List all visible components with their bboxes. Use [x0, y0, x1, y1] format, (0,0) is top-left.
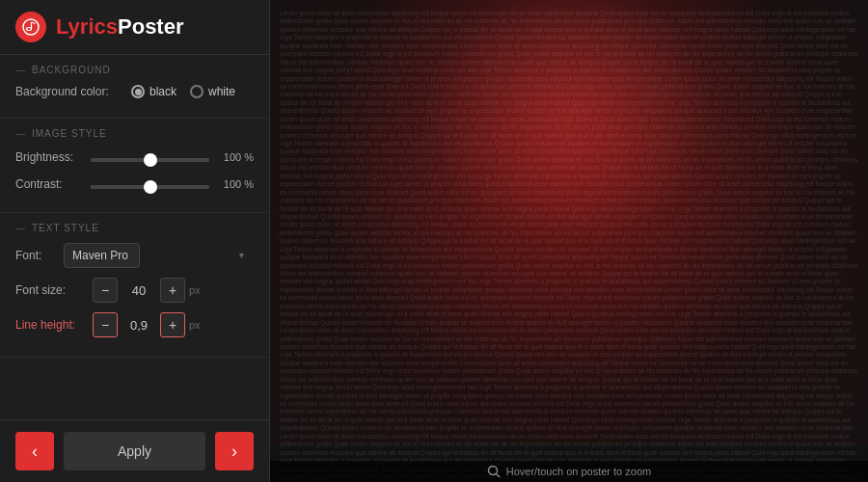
app-title-prefix: Lyrics — [56, 14, 118, 39]
app-title-suffix: Poster — [118, 14, 183, 39]
left-panel: LyricsPoster BACKGROUND Background color… — [0, 0, 270, 482]
section-image-style: IMAGE STYLE Brightness: 100 % Contrast: … — [0, 119, 269, 213]
app-header: LyricsPoster — [0, 0, 269, 55]
bottom-nav: ‹ Apply › — [0, 419, 269, 482]
prev-button[interactable]: ‹ — [15, 432, 54, 470]
font-size-increase[interactable]: + — [160, 278, 185, 303]
zoom-hint-text: Hover/touch on poster to zoom — [506, 466, 651, 477]
radio-white[interactable]: white — [190, 85, 235, 98]
font-size-label: Font size: — [15, 283, 93, 297]
radio-black-circle — [131, 85, 145, 98]
line-height-unit: px — [189, 319, 201, 331]
font-row: Font: Maven Pro Roboto Open Sans Lato Mo… — [15, 243, 254, 268]
brightness-slider[interactable] — [91, 158, 209, 162]
svg-point-1 — [27, 28, 32, 31]
line-height-value: 0,9 — [118, 318, 160, 333]
contrast-row: Contrast: 100 % — [15, 175, 254, 193]
background-color-options: black white — [131, 85, 235, 98]
apply-button[interactable]: Apply — [64, 432, 205, 470]
section-image-style-label: IMAGE STYLE — [15, 128, 254, 139]
background-color-row: Background color: black white — [15, 85, 254, 98]
font-size-stepper: − 40 + px — [93, 278, 201, 303]
line-height-increase[interactable]: + — [160, 312, 185, 337]
svg-point-4 — [488, 467, 497, 475]
section-text-style-label: TEXT STYLE — [15, 223, 254, 233]
poster-background: Lorem ipsum dolor sit amet consectetur a… — [270, 0, 868, 482]
section-background-label: BACKGROUND — [15, 65, 254, 75]
font-select-wrapper: Maven Pro Roboto Open Sans Lato Montserr… — [64, 243, 254, 268]
font-size-unit: px — [189, 284, 201, 296]
app-logo — [15, 12, 46, 42]
next-button[interactable]: › — [215, 432, 254, 470]
zoom-hint: Hover/touch on poster to zoom — [270, 461, 868, 482]
app-title: LyricsPoster — [56, 14, 184, 40]
contrast-slider[interactable] — [91, 185, 209, 189]
line-height-label: Line height: — [15, 318, 93, 332]
svg-line-5 — [496, 474, 500, 478]
contrast-value: 100 % — [217, 178, 254, 190]
contrast-label: Contrast: — [15, 177, 91, 191]
font-size-decrease[interactable]: − — [93, 278, 118, 303]
section-background: BACKGROUND Background color: black white — [0, 55, 269, 119]
line-height-stepper: − 0,9 + px — [93, 312, 201, 337]
brightness-row: Brightness: 100 % — [15, 148, 254, 166]
radio-black-label: black — [149, 85, 176, 98]
background-color-label: Background color: — [15, 85, 131, 98]
font-size-value: 40 — [118, 283, 160, 298]
line-height-decrease[interactable]: − — [93, 312, 118, 337]
poster-text-overlay: Lorem ipsum dolor sit amet consectetur a… — [270, 0, 868, 482]
radio-black[interactable]: black — [131, 85, 176, 98]
search-icon — [487, 465, 501, 478]
line-height-row: Line height: − 0,9 + px — [15, 312, 254, 337]
spacer — [0, 358, 269, 419]
radio-white-label: white — [208, 85, 235, 98]
font-label: Font: — [15, 249, 64, 262]
right-panel: Lorem ipsum dolor sit amet consectetur a… — [270, 0, 868, 482]
radio-white-circle — [190, 85, 203, 98]
brightness-label: Brightness: — [15, 150, 91, 164]
font-select[interactable]: Maven Pro Roboto Open Sans Lato Montserr… — [64, 243, 140, 268]
section-text-style: TEXT STYLE Font: Maven Pro Roboto Open S… — [0, 213, 269, 358]
font-size-row: Font size: − 40 + px — [15, 278, 254, 303]
brightness-value: 100 % — [217, 151, 254, 163]
